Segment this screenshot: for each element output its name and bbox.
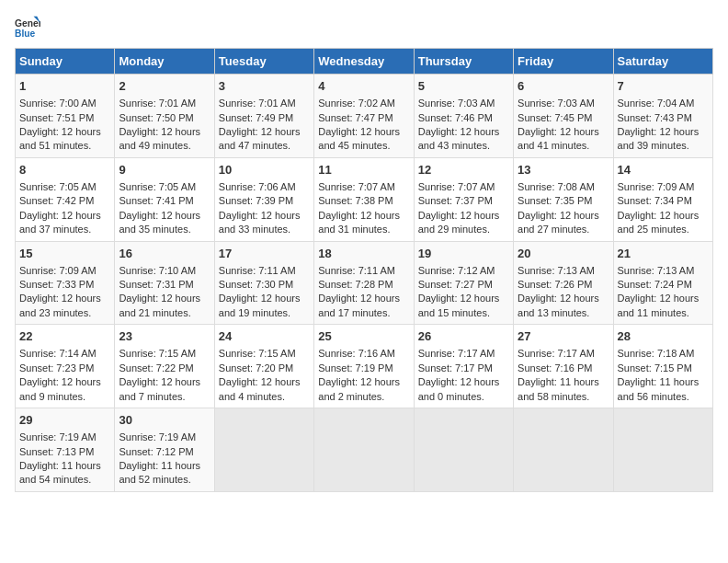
day-info-line: and 15 minutes. (418, 306, 509, 320)
calendar-header: SundayMondayTuesdayWednesdayThursdayFrid… (16, 49, 713, 75)
day-info-line: Sunrise: 7:10 AM (119, 264, 210, 278)
day-info-line: Daylight: 12 hours (418, 125, 509, 139)
calendar-body: 1Sunrise: 7:00 AMSunset: 7:51 PMDaylight… (16, 75, 713, 492)
day-info-line: Sunset: 7:23 PM (19, 362, 110, 375)
day-info-line: and 52 minutes. (119, 473, 210, 487)
day-info-line: Sunset: 7:20 PM (219, 362, 310, 375)
day-info-line: Sunrise: 7:08 AM (518, 180, 609, 194)
day-info-line: Sunset: 7:35 PM (518, 194, 609, 208)
calendar-cell-9: 9Sunrise: 7:05 AMSunset: 7:41 PMDaylight… (115, 157, 214, 241)
day-number: 7 (618, 78, 709, 95)
day-number: 2 (119, 78, 210, 95)
day-info-line: Sunset: 7:43 PM (618, 111, 709, 125)
day-info-line: Daylight: 12 hours (19, 209, 110, 223)
header-day-saturday: Saturday (613, 49, 712, 75)
day-info-line: Daylight: 12 hours (418, 209, 509, 223)
day-info-line: Sunrise: 7:05 AM (119, 180, 210, 194)
header-day-sunday: Sunday (16, 49, 115, 75)
day-info-line: and 21 minutes. (119, 306, 210, 320)
calendar-cell-empty (314, 408, 414, 492)
day-info-line: Sunset: 7:50 PM (119, 111, 210, 125)
day-info-line: Sunrise: 7:05 AM (19, 180, 110, 194)
day-info-line: Daylight: 12 hours (418, 292, 509, 305)
day-info-line: and 41 minutes. (518, 139, 609, 153)
day-info-line: Sunrise: 7:12 AM (418, 264, 509, 278)
day-info-line: and 58 minutes. (518, 390, 609, 404)
header-day-wednesday: Wednesday (314, 49, 414, 75)
calendar-cell-14: 14Sunrise: 7:09 AMSunset: 7:34 PMDayligh… (613, 157, 712, 241)
day-info-line: Sunset: 7:30 PM (219, 278, 310, 292)
logo-icon: General Blue (15, 15, 40, 40)
day-info-line: Sunrise: 7:01 AM (219, 97, 310, 110)
calendar-cell-26: 26Sunrise: 7:17 AMSunset: 7:17 PMDayligh… (414, 325, 513, 408)
day-info-line: Daylight: 12 hours (418, 375, 509, 389)
day-info-line: Sunset: 7:13 PM (19, 445, 110, 459)
day-number: 8 (19, 162, 110, 178)
day-number: 17 (219, 246, 310, 262)
week-row-5: 29Sunrise: 7:19 AMSunset: 7:13 PMDayligh… (16, 408, 713, 492)
day-number: 15 (19, 246, 110, 262)
day-number: 27 (518, 328, 609, 345)
day-info-line: Sunset: 7:15 PM (618, 362, 709, 375)
calendar-cell-19: 19Sunrise: 7:12 AMSunset: 7:27 PMDayligh… (414, 241, 513, 325)
day-info-line: Sunrise: 7:15 AM (119, 347, 210, 361)
calendar-cell-empty (214, 408, 313, 492)
header-day-friday: Friday (514, 49, 613, 75)
day-number: 14 (618, 162, 709, 178)
day-number: 20 (518, 246, 609, 262)
day-info-line: Sunrise: 7:03 AM (518, 97, 609, 110)
calendar-cell-23: 23Sunrise: 7:15 AMSunset: 7:22 PMDayligh… (115, 325, 214, 408)
day-info-line: Sunrise: 7:00 AM (19, 97, 110, 110)
day-info-line: Sunset: 7:46 PM (418, 111, 509, 125)
day-number: 1 (19, 78, 110, 95)
calendar-cell-21: 21Sunrise: 7:13 AMSunset: 7:24 PMDayligh… (613, 241, 712, 325)
week-row-2: 8Sunrise: 7:05 AMSunset: 7:42 PMDaylight… (16, 157, 713, 241)
day-info-line: Sunset: 7:51 PM (19, 111, 110, 125)
day-info-line: Daylight: 12 hours (119, 209, 210, 223)
day-info-line: Daylight: 12 hours (518, 292, 609, 305)
day-info-line: and 19 minutes. (219, 306, 310, 320)
calendar-cell-24: 24Sunrise: 7:15 AMSunset: 7:20 PMDayligh… (214, 325, 313, 408)
day-info-line: Sunset: 7:39 PM (219, 194, 310, 208)
day-info-line: Sunset: 7:12 PM (119, 445, 210, 459)
calendar-cell-17: 17Sunrise: 7:11 AMSunset: 7:30 PMDayligh… (214, 241, 313, 325)
day-info-line: Sunrise: 7:13 AM (518, 264, 609, 278)
day-info-line: Daylight: 12 hours (219, 125, 310, 139)
day-info-line: Sunrise: 7:17 AM (418, 347, 509, 361)
day-info-line: Daylight: 11 hours (618, 375, 709, 389)
calendar-cell-29: 29Sunrise: 7:19 AMSunset: 7:13 PMDayligh… (16, 408, 115, 492)
day-number: 18 (318, 246, 409, 262)
day-number: 6 (518, 78, 609, 95)
day-number: 16 (119, 246, 210, 262)
day-info-line: and 7 minutes. (119, 390, 210, 404)
day-info-line: Daylight: 12 hours (618, 125, 709, 139)
day-info-line: Sunrise: 7:02 AM (318, 97, 409, 110)
calendar-cell-4: 4Sunrise: 7:02 AMSunset: 7:47 PMDaylight… (314, 75, 414, 158)
day-info-line: Sunrise: 7:09 AM (618, 180, 709, 194)
day-info-line: Sunrise: 7:04 AM (618, 97, 709, 110)
day-info-line: Sunrise: 7:18 AM (618, 347, 709, 361)
calendar-cell-10: 10Sunrise: 7:06 AMSunset: 7:39 PMDayligh… (214, 157, 313, 241)
day-info-line: Sunset: 7:27 PM (418, 278, 509, 292)
calendar-cell-8: 8Sunrise: 7:05 AMSunset: 7:42 PMDaylight… (16, 157, 115, 241)
calendar-cell-22: 22Sunrise: 7:14 AMSunset: 7:23 PMDayligh… (16, 325, 115, 408)
day-info-line: Sunrise: 7:01 AM (119, 97, 210, 110)
calendar-cell-empty (514, 408, 613, 492)
day-info-line: and 0 minutes. (418, 390, 509, 404)
day-info-line: Daylight: 12 hours (318, 292, 409, 305)
day-info-line: Sunrise: 7:07 AM (318, 180, 409, 194)
calendar-cell-15: 15Sunrise: 7:09 AMSunset: 7:33 PMDayligh… (16, 241, 115, 325)
day-info-line: Sunrise: 7:11 AM (219, 264, 310, 278)
logo: General Blue (15, 15, 40, 40)
day-number: 5 (418, 78, 509, 95)
day-info-line: Sunset: 7:19 PM (318, 362, 409, 375)
day-number: 24 (219, 328, 310, 345)
day-info-line: and 47 minutes. (219, 139, 310, 153)
calendar-cell-12: 12Sunrise: 7:07 AMSunset: 7:37 PMDayligh… (414, 157, 513, 241)
day-info-line: Daylight: 12 hours (318, 209, 409, 223)
day-info-line: Sunrise: 7:09 AM (19, 264, 110, 278)
calendar-cell-16: 16Sunrise: 7:10 AMSunset: 7:31 PMDayligh… (115, 241, 214, 325)
day-info-line: Daylight: 11 hours (19, 459, 110, 473)
calendar-cell-27: 27Sunrise: 7:17 AMSunset: 7:16 PMDayligh… (514, 325, 613, 408)
day-info-line: and 56 minutes. (618, 390, 709, 404)
